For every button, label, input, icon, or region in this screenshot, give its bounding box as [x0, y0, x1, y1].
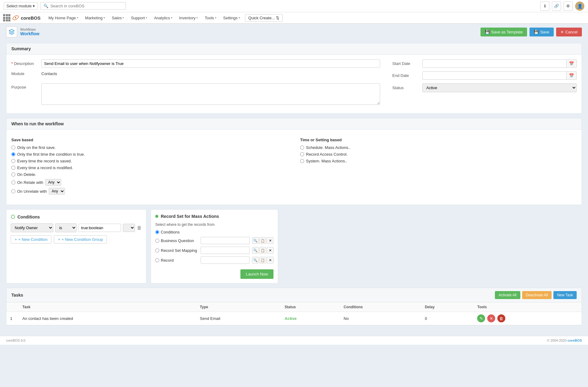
- conditions-title: Conditions: [17, 214, 40, 219]
- rs-bq-clear-icon[interactable]: ✕: [267, 237, 273, 244]
- radio-first-true-input[interactable]: [11, 152, 15, 156]
- gear-button[interactable]: ⚙: [564, 2, 573, 11]
- purpose-textarea[interactable]: [41, 83, 380, 105]
- nav-item-tools[interactable]: Tools: [202, 14, 219, 22]
- status-group: Status Active Inactive: [392, 83, 577, 92]
- breadcrumb-bar: Workflows Workflow 💾 Save as Template 💾 …: [0, 24, 588, 40]
- nav-item-myhomepage[interactable]: My Home Page: [45, 14, 81, 22]
- save-template-button[interactable]: 💾 Save as Template: [481, 28, 527, 36]
- nav-item-inventory-label: Inventory: [179, 16, 195, 20]
- rs-business-question-input[interactable]: [201, 237, 250, 244]
- when-to-run-body: Save based Only on the first save. Only …: [6, 130, 582, 205]
- nav-item-inventory[interactable]: Inventory: [176, 14, 201, 22]
- col-delay: Delay: [421, 302, 473, 312]
- cancel-label: Cancel: [565, 30, 578, 34]
- condition-value-input[interactable]: [78, 224, 121, 232]
- deactivate-all-button[interactable]: Deactivate All: [522, 291, 552, 299]
- new-condition-button[interactable]: + + New Condition: [11, 235, 51, 244]
- top-bar: Select module 🔍 ℹ 🔗 ⚙ 👤: [0, 0, 588, 12]
- radio-on-unrelate-input[interactable]: [11, 189, 15, 193]
- radio-every-save-input[interactable]: [11, 159, 15, 163]
- rs-mapping-search-icon[interactable]: 🔍: [252, 247, 259, 254]
- start-date-calendar-icon[interactable]: 📅: [567, 59, 577, 68]
- quick-create-label: Quick Create...: [248, 16, 275, 20]
- condition-delete-btn[interactable]: 🗑: [137, 225, 142, 231]
- activate-all-button[interactable]: Activate All: [495, 291, 520, 299]
- rs-mapping-input[interactable]: [201, 247, 250, 254]
- search-input[interactable]: [50, 4, 123, 8]
- nav-chevron-6: [215, 16, 217, 19]
- status-select[interactable]: Active Inactive: [422, 83, 577, 92]
- nav-chevron-0: [77, 16, 78, 19]
- on-unrelate-select[interactable]: Any: [49, 188, 65, 195]
- module-label: Module: [11, 71, 39, 76]
- save-button[interactable]: 💾 Save: [530, 28, 554, 36]
- condition-value-wrap: [78, 224, 121, 232]
- nav-item-marketing[interactable]: Marketing: [82, 14, 108, 22]
- module-select[interactable]: Select module: [4, 2, 38, 10]
- task-deactivate-button[interactable]: ✕: [487, 314, 495, 322]
- end-date-input[interactable]: [422, 71, 567, 80]
- radio-system-mass-input[interactable]: [300, 159, 304, 163]
- end-date-input-wrap: 📅: [422, 71, 577, 80]
- footer-version: coreBOS 8.0: [6, 339, 25, 342]
- rs-mapping-edit-icon[interactable]: 📋: [259, 247, 266, 254]
- save-icon: 💾: [534, 30, 539, 34]
- condition-operator-select[interactable]: is: [55, 223, 77, 232]
- rs-record-clear-icon[interactable]: ✕: [267, 257, 273, 264]
- grid-icon: [3, 14, 10, 21]
- nav-item-support[interactable]: Support: [128, 14, 150, 22]
- quick-create-button[interactable]: Quick Create... ⇅: [245, 14, 283, 22]
- summary-row-3: Purpose Status Active Inactive: [11, 83, 577, 105]
- radio-first-save-input[interactable]: [11, 146, 15, 150]
- rs-record-input[interactable]: [201, 256, 250, 264]
- condition-extra-select[interactable]: [123, 224, 135, 232]
- new-task-button[interactable]: New Task: [553, 291, 577, 299]
- rs-record-edit-icon[interactable]: 📋: [259, 257, 266, 264]
- breadcrumb-left: Workflows Workflow: [6, 26, 40, 37]
- start-date-input[interactable]: [422, 59, 567, 68]
- radio-record-access-label: Record Access Control.: [306, 152, 348, 157]
- avatar[interactable]: 👤: [575, 2, 584, 11]
- module-select-chevron: [33, 4, 35, 8]
- rs-bq-edit-icon[interactable]: 📋: [259, 237, 266, 244]
- module-select-label: Select module: [6, 4, 32, 8]
- rs-bq-search-icon[interactable]: 🔍: [252, 237, 259, 244]
- cancel-button[interactable]: ✕ Cancel: [556, 28, 582, 36]
- launch-now-button[interactable]: Launch Now: [240, 269, 273, 279]
- radio-every-save: Every time the record is saved.: [11, 159, 288, 163]
- radio-on-relate: On Relate with Any: [11, 179, 288, 186]
- link-button[interactable]: 🔗: [552, 2, 561, 11]
- radio-on-relate-input[interactable]: [11, 180, 15, 184]
- rs-mapping-radio[interactable]: [155, 249, 159, 252]
- col-type: Type: [196, 302, 281, 312]
- condition-field-select[interactable]: Notify Owner: [11, 223, 53, 232]
- rs-business-question-radio[interactable]: [155, 239, 159, 243]
- rs-mapping-clear-icon[interactable]: ✕: [267, 247, 273, 254]
- radio-schedule-input[interactable]: [300, 146, 304, 150]
- task-edit-button[interactable]: ✎: [477, 314, 485, 322]
- rs-business-question-label: Business Question: [155, 238, 198, 243]
- status-label: Status: [392, 85, 420, 90]
- nav-item-support-label: Support: [131, 16, 145, 20]
- rs-conditions-label: Conditions: [155, 230, 198, 234]
- summary-row-2: Module Contacts End Date 📅: [11, 71, 577, 80]
- radio-on-delete-input[interactable]: [11, 173, 15, 176]
- rs-record-search-icon[interactable]: 🔍: [252, 257, 259, 264]
- nav-item-settings[interactable]: Settings: [220, 14, 243, 22]
- end-date-calendar-icon[interactable]: 📅: [567, 71, 577, 80]
- task-delete-button[interactable]: 🗑: [497, 314, 505, 322]
- rs-conditions-radio[interactable]: [155, 230, 159, 234]
- on-relate-select[interactable]: Any: [45, 179, 61, 186]
- new-condition-group-button[interactable]: + + New Condition Group: [54, 235, 107, 244]
- nav-item-sales[interactable]: Sales: [109, 14, 127, 22]
- radio-every-modified-input[interactable]: [11, 166, 15, 170]
- breadcrumb-parent: Workflows: [20, 28, 40, 31]
- description-input[interactable]: [41, 59, 380, 68]
- nav-item-analytics[interactable]: Analytics: [151, 14, 175, 22]
- radio-record-access-input[interactable]: [300, 152, 304, 156]
- nav-chevron-5: [196, 16, 198, 19]
- info-button[interactable]: ℹ: [540, 2, 549, 11]
- footer-copyright: © 2004-2020 coreBOS: [547, 339, 582, 342]
- rs-record-radio[interactable]: [155, 258, 159, 262]
